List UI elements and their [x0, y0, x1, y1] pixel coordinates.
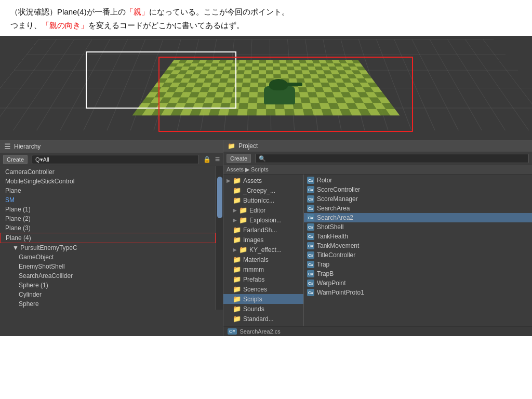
- hierarchy-create-button[interactable]: Create: [3, 155, 28, 164]
- script-titlecontroller[interactable]: C# TitleController: [304, 250, 532, 260]
- script-shotshell[interactable]: C# ShotShell: [304, 222, 532, 232]
- top-text-area: （状況確認）Plane(4)が一番上の「親」になっている。ここが今回のポイント。…: [0, 0, 532, 36]
- hier-item-plane1[interactable]: Plane (1): [0, 205, 216, 214]
- project-folder-farland[interactable]: 📁 FarlandSh...: [223, 225, 303, 235]
- project-folder-button[interactable]: 📁 ButtonIcc...: [223, 195, 303, 205]
- project-folder-icon: 📁: [228, 142, 235, 150]
- script-searcharea2[interactable]: C# SearchArea2: [304, 213, 532, 222]
- project-columns: ▶ 📁 Assets 📁 _Creepy_... 📁 ButtonIcc... …: [223, 175, 532, 326]
- project-folder-scences[interactable]: 📁 Scences: [223, 284, 303, 294]
- hier-item-plane4[interactable]: Plane (4): [0, 233, 216, 243]
- project-folder-prefabs[interactable]: 📁 Prefabs: [223, 274, 303, 284]
- hierarchy-icon: ☰: [4, 142, 11, 151]
- script-icon: C#: [307, 251, 314, 259]
- script-icon: C#: [307, 233, 314, 240]
- script-icon: C#: [307, 186, 314, 193]
- script-trapb[interactable]: C# TrapB: [304, 269, 532, 278]
- script-rotor[interactable]: C# Rotor: [304, 176, 532, 185]
- project-scripts-list: C# Rotor C# ScoreController C# ScoreMana…: [304, 175, 532, 326]
- lock-icon: 🔒: [203, 156, 211, 163]
- project-search-input[interactable]: [255, 154, 529, 163]
- project-folder-assets[interactable]: ▶ 📁 Assets: [223, 176, 303, 185]
- project-toolbar: Create: [223, 152, 532, 165]
- menu-icon: ≡: [215, 155, 220, 164]
- hier-item-sphere1[interactable]: Sphere (1): [0, 281, 216, 290]
- bottom-panels: ☰ Hierarchy Create 🔒 ≡ CameraController …: [0, 140, 532, 336]
- hierarchy-panel: ☰ Hierarchy Create 🔒 ≡ CameraController …: [0, 140, 223, 336]
- script-warnpointproto1[interactable]: C# WarnPointProto1: [304, 288, 532, 297]
- script-icon: C#: [307, 270, 314, 277]
- selected-filename: SearchArea2.cs: [240, 328, 281, 335]
- scene-view: [0, 36, 532, 140]
- project-folder-ky[interactable]: ▶ 📁 KY_effect...: [223, 245, 303, 255]
- project-folder-explosion[interactable]: ▶ 📁 Explosion...: [223, 215, 303, 225]
- project-create-button[interactable]: Create: [227, 154, 251, 163]
- hier-item-plane[interactable]: Plane: [0, 186, 216, 195]
- line1: （状況確認）Plane(4)が一番上の「親」になっている。ここが今回のポイント。: [10, 5, 522, 19]
- project-folder-scripts[interactable]: 📁 Scripts: [223, 294, 303, 304]
- cs-file-icon: C#: [228, 328, 237, 335]
- project-breadcrumb: Assets ▶ Scripts: [223, 165, 532, 175]
- hier-item-sm[interactable]: SM: [0, 195, 216, 205]
- script-icon: C#: [307, 242, 314, 249]
- hierarchy-row: CameraController MobileSingleStickContro…: [0, 166, 223, 310]
- script-scorecontroller[interactable]: C# ScoreController: [304, 185, 532, 194]
- project-folder-images[interactable]: 📁 Images: [223, 235, 303, 245]
- hier-item-plane2[interactable]: Plane (2): [0, 214, 216, 223]
- project-folder-tree: ▶ 📁 Assets 📁 _Creepy_... 📁 ButtonIcc... …: [223, 175, 304, 326]
- script-icon: C#: [307, 261, 314, 268]
- hierarchy-scrollbar-thumb: [217, 177, 222, 218]
- hier-item-plane3[interactable]: Plane (3): [0, 223, 216, 233]
- hierarchy-scrollbar[interactable]: [216, 166, 223, 310]
- hierarchy-header: ☰ Hierarchy: [0, 140, 223, 153]
- script-scoremanager[interactable]: C# ScoreManager: [304, 194, 532, 204]
- project-panel: 📁 Project Create Assets ▶ Scripts ▶ 📁 As…: [223, 140, 532, 336]
- hierarchy-title: Hierarchy: [14, 143, 41, 150]
- project-title: Project: [238, 142, 258, 150]
- hier-item-sphere[interactable]: Sphere: [0, 299, 216, 309]
- project-folder-standard[interactable]: 📁 Standard...: [223, 314, 303, 324]
- hierarchy-search-input[interactable]: [32, 155, 199, 164]
- project-folder-mmmm[interactable]: 📁 mmmm: [223, 264, 303, 274]
- hier-item-mobile[interactable]: MobileSingleStickControl: [0, 177, 216, 186]
- hier-item-enemyshot[interactable]: EnemyShotShell: [0, 262, 216, 271]
- line2: つまり、「親の向き」を変えるコードがどこかに書いてあるはず。: [10, 19, 522, 32]
- project-bottom-bar: C# SearchArea2.cs: [223, 326, 532, 336]
- script-tankhealth[interactable]: C# TankHealth: [304, 232, 532, 241]
- script-icon: C#: [307, 205, 314, 212]
- hier-item-gameobject[interactable]: GameObject: [0, 252, 216, 262]
- script-trap[interactable]: C# Trap: [304, 260, 532, 269]
- project-header: 📁 Project: [223, 140, 532, 152]
- project-folder-editor[interactable]: ▶ 📁 Editor: [223, 205, 303, 215]
- script-icon: C#: [307, 289, 314, 296]
- red-highlight-box: [158, 57, 413, 132]
- script-icon: C#: [307, 177, 314, 184]
- script-icon: C#: [307, 195, 314, 203]
- hier-item-camera[interactable]: CameraController: [0, 167, 216, 177]
- project-folder-sounds[interactable]: 📁 Sounds: [223, 304, 303, 314]
- script-icon: C#: [307, 280, 314, 287]
- hier-item-searcharea[interactable]: SearchAreaCollider: [0, 271, 216, 281]
- hierarchy-toolbar: Create 🔒 ≡: [0, 153, 223, 166]
- project-folder-creepy[interactable]: 📁 _Creepy_...: [223, 185, 303, 195]
- hierarchy-content: CameraController MobileSingleStickContro…: [0, 166, 216, 310]
- project-folder-materials[interactable]: 📁 Materials: [223, 255, 303, 264]
- hier-item-cylinder[interactable]: Cylinder: [0, 290, 216, 299]
- hierarchy-list: CameraController MobileSingleStickContro…: [0, 166, 216, 310]
- script-searcharea[interactable]: C# SearchArea: [304, 204, 532, 213]
- script-icon: C#: [307, 214, 314, 221]
- script-tankmovement[interactable]: C# TankMovement: [304, 241, 532, 250]
- script-icon: C#: [307, 223, 314, 231]
- folder-arrow: ▶: [227, 178, 231, 183]
- hier-item-pursuit[interactable]: ▼ PursuitEnemyTypeC: [0, 243, 216, 252]
- script-warppoint[interactable]: C# WarpPoint: [304, 278, 532, 288]
